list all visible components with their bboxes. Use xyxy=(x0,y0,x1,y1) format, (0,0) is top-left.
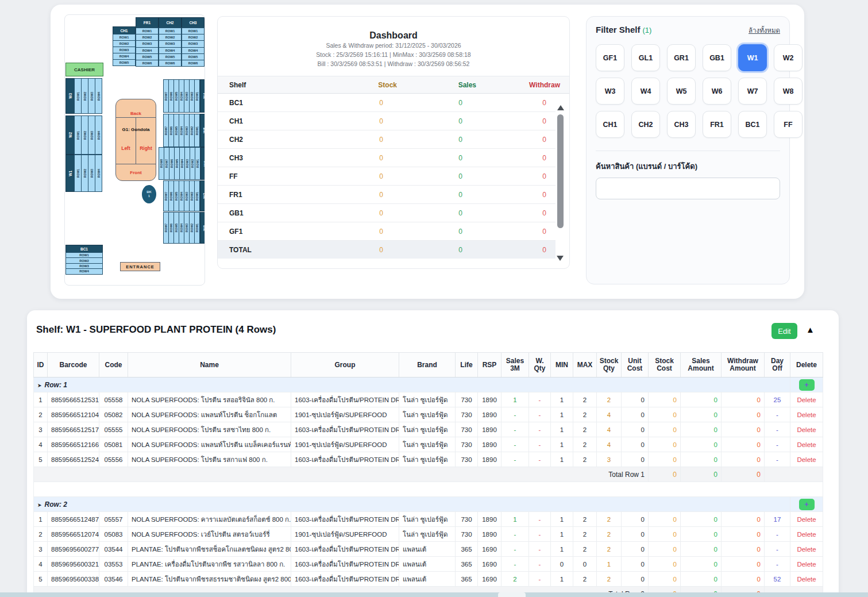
top-card: CASHIER Back G1: Gondola Left Right Fron… xyxy=(51,5,804,299)
map-block-bc1: BC1ROW1ROW2ROW3ROW4 xyxy=(65,245,103,275)
dash-stock-value: 0 xyxy=(310,246,383,254)
cell-life: 730 xyxy=(456,452,478,467)
filter-shelf-button-bc1[interactable]: BC1 xyxy=(738,111,767,138)
map-row-col: ROW1 xyxy=(195,147,200,180)
filter-shelf-button-gl1[interactable]: GL1 xyxy=(631,44,660,71)
cell-max: 2 xyxy=(573,572,597,587)
filter-shelf-button-w7[interactable]: W7 xyxy=(738,78,767,105)
table-row: 2885956651210405082NOLA SUPERFOODS: แพลน… xyxy=(34,407,823,422)
cell-stock-cost: 0 xyxy=(649,512,681,527)
map-block-w7: ROW7ROW6ROW5ROW4ROW3ROW2ROW1W7 xyxy=(164,180,205,211)
delete-link[interactable]: Delete xyxy=(790,512,823,527)
shelf-section-title: Shelf: W1 - SUPERFOOD PLANT PROTEIN (4 R… xyxy=(36,324,276,336)
cell-sales-amount: 0 xyxy=(681,407,722,422)
map-block-ch1: CH1ROW1ROW2ROW3ROW4ROW5 xyxy=(113,26,136,66)
scroll-down-icon[interactable] xyxy=(557,256,564,261)
filter-shelf-button-w5[interactable]: W5 xyxy=(667,78,696,105)
delete-link[interactable]: Delete xyxy=(790,407,823,422)
filter-shelf-button-w8[interactable]: W8 xyxy=(774,78,803,105)
filter-shelf-button-fr1[interactable]: FR1 xyxy=(703,111,731,138)
search-product-input[interactable] xyxy=(596,178,780,199)
gondola-left-label: Left xyxy=(116,118,136,164)
edit-button[interactable]: Edit xyxy=(771,323,797,339)
cell-sales-amount: 0 xyxy=(681,437,722,452)
cell-day-off: - xyxy=(765,422,790,437)
column-header-barcode: Barcode xyxy=(48,353,99,378)
cell-day-off: 25 xyxy=(765,392,790,407)
cell-name: NOLA SUPERFOODS: โปรตีน รสออริจินัล 800 … xyxy=(128,392,291,407)
delete-link[interactable]: Delete xyxy=(790,392,823,407)
cell-sales-3m: - xyxy=(501,407,529,422)
horizontal-scrollbar-thumb[interactable] xyxy=(498,592,526,597)
delete-link[interactable]: Delete xyxy=(790,542,823,557)
horizontal-scrollbar[interactable] xyxy=(0,592,868,597)
dash-stock-value: 0 xyxy=(310,154,383,162)
delete-link[interactable]: Delete xyxy=(790,437,823,452)
cell-day-off: 52 xyxy=(765,572,790,587)
table-row: 2885956651207405083NOLA SUPERFOODS: เวย์… xyxy=(34,527,823,542)
cell-day-off: - xyxy=(765,542,790,557)
dashboard-bill-withdraw-timestamps: Bill : 30/3/2569 08:53:51 | Withdraw : 3… xyxy=(218,59,569,68)
filter-shelf-button-gf1[interactable]: GF1 xyxy=(596,44,624,71)
row-group-title: Row: 1 xyxy=(45,381,67,389)
delete-link[interactable]: Delete xyxy=(790,557,823,572)
cell-group: 1901-ซุปเปอร์ฟู้ด/SUPERFOOD xyxy=(291,437,399,452)
cell-life: 365 xyxy=(456,542,478,557)
cell-name: PLANTAE: เครื่องดื่มโปรตีนจากพืช รสวานิล… xyxy=(128,557,291,572)
cell-max: 2 xyxy=(573,437,597,452)
cell-barcode: 8859566512074 xyxy=(48,527,99,542)
dash-shelf-label: FF xyxy=(218,172,310,180)
filter-shelf-button-w6[interactable]: W6 xyxy=(703,78,731,105)
filter-shelf-button-w3[interactable]: W3 xyxy=(596,78,624,105)
cell-brand: แพลนเต้ xyxy=(399,542,456,557)
dash-withdraw-value: 0 xyxy=(462,117,555,125)
filter-shelf-button-w1[interactable]: W1 xyxy=(738,44,767,71)
filter-shelf-button-ff[interactable]: FF xyxy=(774,111,803,138)
cell-day-off: - xyxy=(765,557,790,572)
dashboard-stock-minmax-timestamps: Stock : 25/3/2569 15:16:11 | MinMax : 30… xyxy=(218,50,569,59)
row-marker-icon: ➤ xyxy=(37,502,42,508)
map-block-ch2: CH2ROW1ROW2ROW3ROW4ROW5ROW6 xyxy=(159,17,182,67)
dashboard-row: CH2000 xyxy=(218,130,555,149)
scroll-up-icon[interactable] xyxy=(557,105,564,110)
filter-shelf-button-w2[interactable]: W2 xyxy=(774,44,803,71)
scrollbar-thumb[interactable] xyxy=(557,114,564,228)
map-gondola: Back G1: Gondola Left Right Front xyxy=(115,99,156,181)
collapse-triangle-icon[interactable]: ▲ xyxy=(806,325,815,334)
column-header-unit-cost: Unit Cost xyxy=(622,353,649,378)
delete-link[interactable]: Delete xyxy=(790,527,823,542)
row-group-add-cell: + xyxy=(790,497,823,512)
cell-max: 2 xyxy=(573,542,597,557)
filter-shelf-button-ch1[interactable]: CH1 xyxy=(596,111,624,138)
cell-max: 0 xyxy=(573,557,597,572)
dashboard-row: BC1000 xyxy=(218,94,555,112)
cell-min: 1 xyxy=(551,572,573,587)
cell-code: 05557 xyxy=(99,512,128,527)
cell-sales-amount: 0 xyxy=(681,392,722,407)
filter-shelf-button-gb1[interactable]: GB1 xyxy=(703,44,731,71)
delete-link[interactable]: Delete xyxy=(790,452,823,467)
cell-withdraw-amount: 0 xyxy=(722,527,765,542)
delete-link[interactable]: Delete xyxy=(790,422,823,437)
table-row: 5885969560033803546PLANTAE: โปรตีนจากพืช… xyxy=(34,572,823,587)
cell-day-off: - xyxy=(765,437,790,452)
cell-stock-qty: 2 xyxy=(597,542,622,557)
add-item-button[interactable]: + xyxy=(799,379,815,391)
cell-brand: แพลนเต้ xyxy=(399,572,456,587)
cell-rsp: 1890 xyxy=(478,422,501,437)
row-group-header: ➤Row: 2+ xyxy=(34,497,823,512)
dashboard-scrollbar[interactable] xyxy=(556,105,565,261)
filter-shelf-button-gr1[interactable]: GR1 xyxy=(667,44,696,71)
clear-all-link[interactable]: ล้างทั้งหมด xyxy=(749,25,780,36)
map-block-header: W4 xyxy=(200,79,205,113)
cell-w-qty: - xyxy=(529,452,551,467)
cell-min: 1 xyxy=(551,542,573,557)
filter-shelf-button-w4[interactable]: W4 xyxy=(631,78,660,105)
add-item-button[interactable]: + xyxy=(799,499,815,510)
delete-link[interactable]: Delete xyxy=(790,572,823,587)
cell-name: PLANTAE: โปรตีนจากพืชรสช็อคโกแลตชนิดผง ส… xyxy=(128,542,291,557)
filter-shelf-button-ch2[interactable]: CH2 xyxy=(631,111,660,138)
gondola-title: G1: Gondola xyxy=(116,127,156,132)
column-header-name: Name xyxy=(128,353,291,378)
filter-shelf-button-ch3[interactable]: CH3 xyxy=(667,111,696,138)
